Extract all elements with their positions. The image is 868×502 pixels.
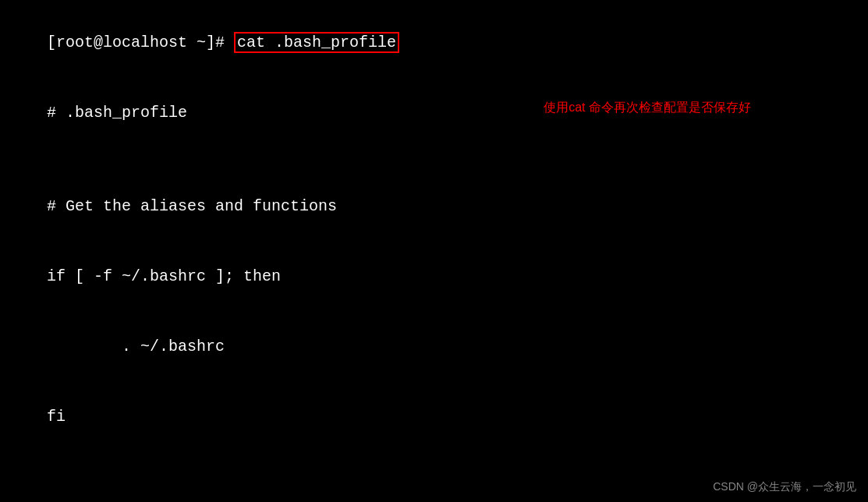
line-5: . ~/.bashrc [9, 312, 859, 382]
watermark: CSDN @众生云海，一念初见 [713, 480, 856, 494]
bash-profile-comment: # .bash_profile [47, 104, 187, 122]
empty-line-2 [9, 452, 859, 475]
line-3: # Get the aliases and functions [9, 171, 859, 242]
terminal: [root@localhost ~]# cat .bash_profile # … [0, 0, 868, 502]
command-cat: cat .bash_profile [234, 32, 399, 53]
line-6: fi [9, 382, 859, 452]
source-bashrc: . ~/.bashrc [47, 338, 225, 355]
prompt-1: [root@localhost ~]# [47, 34, 234, 51]
if-line: if [ -f ~/.bashrc ]; then [47, 267, 281, 285]
line-4: if [ -f ~/.bashrc ]; then [9, 242, 859, 312]
aliases-comment: # Get the aliases and functions [47, 197, 337, 215]
annotation-text: 使用cat 命令再次检查配置是否保存好 [544, 100, 751, 116]
line-1: [root@localhost ~]# cat .bash_profile [9, 8, 859, 78]
empty-line-1 [9, 148, 859, 171]
fi-line: fi [47, 408, 66, 426]
